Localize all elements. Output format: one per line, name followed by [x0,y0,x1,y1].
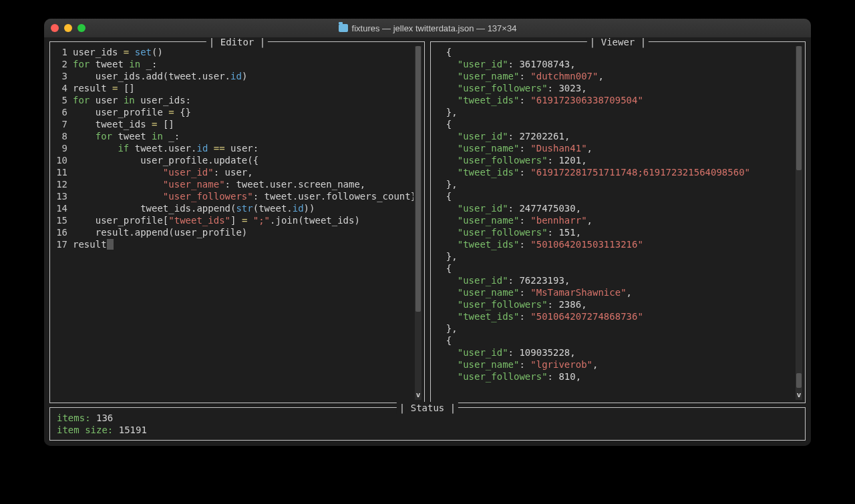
viewer-line: { [435,334,794,346]
viewer-pane[interactable]: Viewer { "user_id": 361708743, "user_nam… [430,41,806,403]
code-text[interactable]: for user in user_ids: [73,94,413,106]
viewer-line: "user_name": "lgriverob", [435,358,794,370]
code-text[interactable]: for tweet in _: [73,130,413,142]
code-line[interactable]: 5for user in user_ids: [54,94,413,106]
code-line[interactable]: 17result [54,238,413,250]
editor-pane[interactable]: Editor 1user_ids = set()2for tweet in _:… [49,41,425,403]
scroll-down-icon[interactable]: v [415,392,421,399]
status-size-label: item size: [57,425,113,435]
code-text[interactable]: tweet_ids.append(str(tweet.id)) [73,202,413,214]
line-number: 14 [54,202,73,214]
viewer-line: "user_name": "Dushan41", [435,142,794,154]
line-number: 12 [54,178,73,190]
code-line[interactable]: 6 user_profile = {} [54,106,413,118]
line-number: 15 [54,214,73,226]
viewer-line: "tweet_ids": "619172281751711748;6191723… [435,166,794,178]
line-number: 17 [54,238,73,250]
status-items-label: items: [57,413,91,423]
viewer-line: "user_id": 361708743, [435,58,794,70]
code-line[interactable]: 9 if tweet.user.id == user: [54,142,413,154]
code-text[interactable]: tweet_ids = [] [73,118,413,130]
code-line[interactable]: 10 user_profile.update({ [54,154,413,166]
code-text[interactable]: user_profile.update({ [73,154,413,166]
line-number: 1 [54,46,73,58]
viewer-line: }, [435,178,794,190]
close-icon[interactable] [51,24,59,32]
code-text[interactable]: "user_id": user, [73,166,413,178]
line-number: 16 [54,226,73,238]
code-text[interactable]: result [73,238,413,250]
viewer-line: "user_followers": 3023, [435,82,794,94]
code-text[interactable]: if tweet.user.id == user: [73,142,413,154]
minimize-icon[interactable] [64,24,72,32]
code-text[interactable]: user_profile = {} [73,106,413,118]
status-size-value: 15191 [119,425,147,435]
viewer-line: { [435,118,794,130]
editor-scrollbar[interactable]: ʌ v [415,46,421,400]
panes-row: Editor 1user_ids = set()2for tweet in _:… [49,41,806,403]
code-text[interactable]: user_ids.add(tweet.user.id) [73,70,413,82]
viewer-line: "user_followers": 810, [435,370,794,383]
viewer-line: "user_followers": 151, [435,226,794,238]
code-line[interactable]: 16 result.append(user_profile) [54,226,413,238]
window-title-text: fixtures — jellex twitterdata.json — 137… [352,23,517,33]
code-line[interactable]: 15 user_profile["tweet_ids"] = ";".join(… [54,214,413,226]
status-pane: Status items: 136 item size: 15191 [49,407,806,441]
code-line[interactable]: 1user_ids = set() [54,46,413,58]
editor-code-area[interactable]: 1user_ids = set()2for tweet in _:3 user_… [54,46,413,400]
code-line[interactable]: 3 user_ids.add(tweet.user.id) [54,70,413,82]
line-number: 5 [54,94,73,106]
viewer-scrollbar[interactable]: ʌ v [796,46,802,400]
viewer-line: { [435,190,794,202]
status-items-value: 136 [96,413,113,423]
viewer-line: "user_followers": 2386, [435,298,794,310]
editor-scroll-thumb[interactable] [415,46,421,312]
viewer-json-area[interactable]: { "user_id": 361708743, "user_name": "du… [435,46,794,400]
code-text[interactable]: user_profile["tweet_ids"] = ";".join(twe… [73,214,413,226]
code-line[interactable]: 4result = [] [54,82,413,94]
viewer-scroll-thumb[interactable] [796,46,802,170]
code-line[interactable]: 11 "user_id": user, [54,166,413,178]
viewer-line: "user_id": 109035228, [435,346,794,358]
code-line[interactable]: 2for tweet in _: [54,58,413,70]
viewer-line: { [435,262,794,274]
viewer-line: { [435,46,794,58]
status-line-size: item size: 15191 [57,424,798,436]
code-line[interactable]: 12 "user_name": tweet.user.screen_name, [54,178,413,190]
viewer-line: }, [435,322,794,334]
code-line[interactable]: 14 tweet_ids.append(str(tweet.id)) [54,202,413,214]
line-number: 6 [54,106,73,118]
code-text[interactable]: result = [] [73,82,413,94]
viewer-content[interactable]: { "user_id": 361708743, "user_name": "du… [431,42,805,403]
viewer-line: "user_id": 76223193, [435,274,794,286]
code-line[interactable]: 7 tweet_ids = [] [54,118,413,130]
viewer-scroll-thumb-bottom[interactable] [796,373,802,388]
viewer-line: }, [435,250,794,262]
code-line[interactable]: 8 for tweet in _: [54,130,413,142]
line-number: 10 [54,154,73,166]
terminal-body: Editor 1user_ids = set()2for tweet in _:… [44,37,811,446]
code-text[interactable]: "user_followers": tweet.user.followers_c… [73,190,413,202]
code-text[interactable]: for tweet in _: [73,58,413,70]
traffic-lights [51,24,86,32]
viewer-line: "tweet_ids": "501064207274868736" [435,310,794,322]
line-number: 3 [54,70,73,82]
line-number: 2 [54,58,73,70]
line-number: 4 [54,82,73,94]
viewer-line: "user_id": 2477475030, [435,202,794,214]
code-text[interactable]: result.append(user_profile) [73,226,413,238]
scroll-down-icon[interactable]: v [796,392,802,399]
code-text[interactable]: "user_name": tweet.user.screen_name, [73,178,413,190]
code-text[interactable]: user_ids = set() [73,46,413,58]
code-line[interactable]: 13 "user_followers": tweet.user.follower… [54,190,413,202]
line-number: 7 [54,118,73,130]
viewer-line: "tweet_ids": "619172306338709504" [435,94,794,106]
titlebar: fixtures — jellex twitterdata.json — 137… [44,19,811,37]
viewer-line: "user_id": 27202261, [435,130,794,142]
line-number: 11 [54,166,73,178]
editor-content[interactable]: 1user_ids = set()2for tweet in _:3 user_… [50,42,424,403]
viewer-line: "user_name": "dutchmn007", [435,70,794,82]
folder-icon [339,24,348,32]
zoom-icon[interactable] [77,24,86,32]
status-pane-title: Status [397,402,458,414]
